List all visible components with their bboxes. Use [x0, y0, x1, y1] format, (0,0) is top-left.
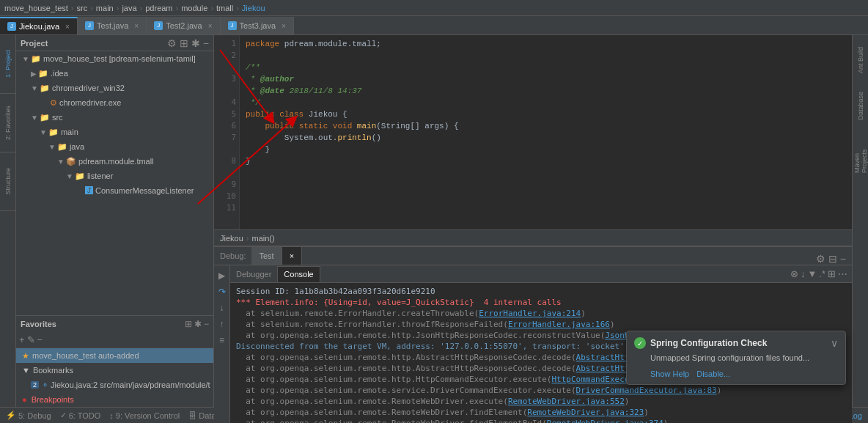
- log-link-9[interactable]: RemoteWebDriver.java:323: [527, 408, 644, 417]
- panel-database[interactable]: Database: [854, 84, 867, 128]
- tab-test2-close[interactable]: ×: [208, 22, 213, 30]
- code-line-8: public static void main(String[] args) {: [246, 120, 846, 132]
- tab-test[interactable]: J Test.java ×: [78, 17, 147, 34]
- favorites-title: Favorites: [21, 320, 56, 328]
- bb-main[interactable]: main(): [251, 234, 274, 243]
- console-filter-icon[interactable]: ▼: [807, 268, 817, 279]
- tab-test2[interactable]: J Test2.java ×: [147, 17, 220, 34]
- debug-label: Debug:: [214, 247, 251, 265]
- debug-tab-active-label: ×: [290, 251, 294, 260]
- tree-package[interactable]: ▼ 📦 pdream.module.tmall: [16, 154, 213, 169]
- debug-step-over-icon[interactable]: ↷: [215, 284, 229, 299]
- bc-src[interactable]: src: [77, 4, 88, 12]
- project-layout-icon[interactable]: ⊞: [180, 37, 188, 49]
- tree-consumer[interactable]: 🅹 ConsumerMessageListener: [16, 183, 213, 198]
- bookmark-jiekou-num: 2: [31, 381, 39, 389]
- tree-consumer-label: ConsumerMessageListener: [95, 186, 194, 195]
- fav-item-move-house[interactable]: ★ move_house_test auto-added: [16, 348, 213, 363]
- log-link-2[interactable]: ErrorHandler.java:166: [508, 320, 610, 329]
- left-vertical-tabs: 1: Project 2: Favorites Structure: [0, 35, 16, 407]
- fav-minimize-icon[interactable]: −: [204, 319, 209, 329]
- console-more-icon[interactable]: ⋯: [838, 268, 847, 279]
- tab-jiekou[interactable]: J Jiekou.java ×: [0, 17, 78, 34]
- tab-test-close[interactable]: ×: [134, 22, 139, 30]
- tab-test3-close[interactable]: ×: [282, 22, 286, 30]
- notification-disable[interactable]: Disable...: [696, 369, 730, 378]
- fav-bookmarks-group[interactable]: ▼ Bookmarks: [16, 363, 213, 378]
- tab-test3[interactable]: J Test3.java ×: [221, 17, 294, 34]
- debug-step-into-icon[interactable]: ↓: [215, 301, 229, 315]
- listener-folder-icon: 📁: [75, 172, 85, 181]
- tree-main[interactable]: ▼ 📁 main: [16, 125, 213, 139]
- status-todo[interactable]: ✓ 6: TODO: [60, 411, 101, 420]
- console-regex-icon[interactable]: .*: [819, 268, 825, 279]
- main-arrow: ▼: [40, 128, 47, 136]
- ant-build-label: Ant Build: [857, 47, 864, 73]
- code-editor[interactable]: package pdream.module.tmall; /** * @auth…: [240, 35, 852, 229]
- console-clear-icon[interactable]: ⊗: [790, 268, 798, 279]
- bc-java[interactable]: java: [122, 4, 136, 12]
- tree-idea-label: .idea: [51, 69, 68, 78]
- fav-bookmark-jiekou[interactable]: 2 ⚬ Jiekou.java:2 src/main/java/pdream/m…: [16, 378, 213, 392]
- tab-jiekou-label: Jiekou.java: [19, 22, 59, 31]
- debug-left-icons: ▶ ↷ ↓ ↑ ≡: [214, 265, 230, 423]
- fav-edit-btn[interactable]: ✎: [27, 334, 35, 345]
- console-scroll-icon[interactable]: ↓: [801, 268, 806, 279]
- fav-add-btn[interactable]: +: [19, 334, 25, 345]
- subtab-console[interactable]: Console: [278, 266, 320, 282]
- debug-evaluate-icon[interactable]: ≡: [215, 333, 229, 347]
- vtab-project[interactable]: 1: Project: [0, 35, 16, 94]
- bc-move-house-test[interactable]: move_house_test: [4, 4, 68, 12]
- vtab-favorites[interactable]: 2: Favorites: [0, 94, 16, 152]
- debug-settings-icon[interactable]: ⚙: [816, 253, 825, 265]
- tree-root[interactable]: ▼ 📁 move_house_test [pdream-selenium-tam…: [16, 51, 213, 66]
- bc-main[interactable]: main: [96, 4, 114, 12]
- panel-maven[interactable]: Maven Projects: [854, 129, 867, 173]
- log-link-1[interactable]: ErrorHandler.java:214: [479, 309, 581, 318]
- tab-jiekou-close[interactable]: ×: [65, 23, 70, 31]
- tree-src[interactable]: ▼ 📁 src: [16, 110, 213, 125]
- tree-chromedriver-win32[interactable]: ▼ 📁 chromedriver_win32: [16, 81, 213, 95]
- debug-layout-icon[interactable]: ⊟: [828, 253, 837, 265]
- status-vcs[interactable]: ↕ 9: Version Control: [109, 411, 180, 420]
- tree-listener[interactable]: ▼ 📁 listener: [16, 169, 213, 183]
- tree-chromedriver-exe[interactable]: ⚙ chromedriver.exe: [16, 95, 213, 110]
- debug-minimize-icon[interactable]: −: [840, 253, 846, 265]
- bc-tmall[interactable]: tmall: [216, 4, 233, 12]
- log-link-7[interactable]: DriverCommandExecutor.java:83: [576, 386, 717, 395]
- notification-show-help[interactable]: Show Help: [650, 369, 689, 378]
- fav-breakpoints[interactable]: ● Breakpoints: [16, 392, 213, 407]
- bookmarks-label: Bookmarks: [33, 366, 73, 375]
- debug-tab-active[interactable]: ×: [282, 247, 302, 265]
- fav-settings-icon[interactable]: ✱: [194, 319, 202, 329]
- debug-tab-test[interactable]: Test: [251, 247, 282, 265]
- project-minimize-icon[interactable]: −: [203, 37, 209, 49]
- notification-expand-icon[interactable]: ∨: [831, 337, 838, 349]
- exe-icon: ⚙: [50, 98, 57, 108]
- subtab-debugger[interactable]: Debugger: [230, 266, 278, 282]
- bb-jiekou[interactable]: Jiekou: [220, 234, 243, 243]
- log-link-8[interactable]: RemoteWebDriver.java:552: [508, 397, 625, 406]
- tree-idea[interactable]: ▶ 📁 .idea: [16, 66, 213, 81]
- code-line-7: public class Jiekou {: [246, 108, 846, 120]
- project-gear-icon[interactable]: ✱: [191, 37, 200, 49]
- fav-add-icon[interactable]: ⊞: [185, 319, 192, 329]
- panel-ant-build[interactable]: Ant Build: [854, 38, 867, 82]
- src-arrow: ▼: [31, 114, 38, 122]
- notification-header: ✓ Spring Configuration Check ∨: [627, 331, 845, 352]
- bc-module[interactable]: module: [181, 4, 207, 12]
- bc-jiekou[interactable]: Jiekou: [242, 4, 265, 12]
- bc-pdream[interactable]: pdream: [145, 4, 172, 12]
- debug-resume-icon[interactable]: ▶: [215, 268, 229, 283]
- console-layout-icon[interactable]: ⊞: [828, 268, 836, 279]
- project-settings-icon[interactable]: ⚙: [167, 37, 177, 49]
- fav-remove-btn[interactable]: −: [37, 334, 43, 345]
- vtab-structure-label: Structure: [4, 168, 12, 195]
- log-line-2: *** Element.info: {Using=id, value=J_Qui…: [236, 297, 846, 308]
- log-link-10[interactable]: RemoteWebDriver.java:374: [547, 419, 663, 423]
- status-debug[interactable]: ⚡ 5: Debug: [6, 411, 51, 420]
- vtab-structure[interactable]: Structure: [0, 152, 16, 211]
- debug-step-out-icon[interactable]: ↑: [215, 317, 229, 331]
- project-tree: ▼ 📁 move_house_test [pdream-selenium-tam…: [16, 51, 213, 315]
- tree-java[interactable]: ▼ 📁 java: [16, 139, 213, 154]
